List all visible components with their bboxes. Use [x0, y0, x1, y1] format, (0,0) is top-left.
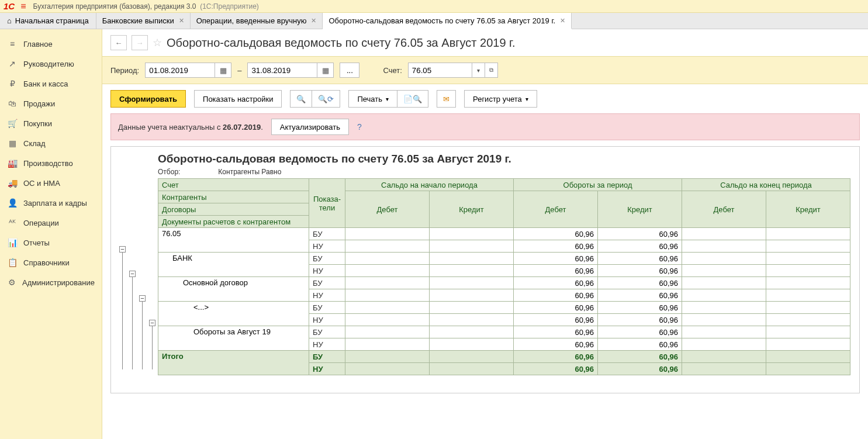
- help-icon[interactable]: ?: [357, 122, 362, 132]
- value-cell: 60,96: [598, 289, 682, 302]
- account-input[interactable]: [408, 63, 472, 78]
- forward-button[interactable]: →: [132, 35, 148, 50]
- sidebar-item[interactable]: 👤Зарплата и кадры: [0, 193, 102, 213]
- tab[interactable]: Банковские выписки✕: [96, 13, 191, 29]
- actualize-button[interactable]: Актуализировать: [271, 119, 349, 135]
- sidebar-item[interactable]: 📋Справочники: [0, 253, 102, 272]
- value-cell: [766, 314, 850, 326]
- account-field[interactable]: ▾ ⧉: [408, 63, 498, 78]
- indicator-cell: БУ: [309, 228, 345, 240]
- collapse-icon[interactable]: −: [129, 271, 136, 277]
- value-cell: 60,96: [598, 253, 682, 265]
- tab[interactable]: Операции, введенные вручную✕: [191, 13, 323, 29]
- sidebar-item-label: Справочники: [23, 258, 70, 267]
- value-cell: [430, 253, 514, 265]
- value-cell: 60,96: [598, 302, 682, 314]
- refresh-search-button[interactable]: 🔍⟳: [312, 90, 340, 108]
- indicator-cell: БУ: [309, 277, 345, 289]
- sidebar-item[interactable]: 🚚ОС и НМА: [0, 173, 102, 193]
- value-cell: [430, 228, 514, 240]
- value-cell: [430, 265, 514, 277]
- close-icon[interactable]: ✕: [311, 17, 316, 25]
- back-button[interactable]: ←: [110, 35, 127, 50]
- close-icon[interactable]: ✕: [179, 17, 184, 25]
- sidebar-item[interactable]: 🛍Продажи: [0, 94, 102, 113]
- value-cell: [682, 351, 766, 363]
- sidebar-item-label: Зарплата и кадры: [23, 199, 87, 208]
- sidebar-item[interactable]: ↗Руководителю: [0, 54, 102, 74]
- sidebar-icon: 👤: [7, 198, 18, 208]
- sidebar-item[interactable]: 🛒Покупки: [0, 113, 102, 133]
- calendar-icon[interactable]: ▦: [317, 63, 334, 78]
- value-cell: [430, 302, 514, 314]
- value-cell: [345, 277, 430, 289]
- value-cell: 60,96: [514, 253, 598, 265]
- search-button[interactable]: 🔍: [290, 90, 312, 108]
- tab[interactable]: Оборотно-сальдовая ведомость по счету 76…: [323, 13, 572, 29]
- indicator-cell: НУ: [309, 314, 345, 326]
- value-cell: [345, 302, 430, 314]
- value-cell: [345, 314, 430, 326]
- open-icon[interactable]: ⧉: [485, 63, 498, 78]
- th-account: Счет: [158, 179, 309, 191]
- date-to-field[interactable]: ▦: [247, 63, 334, 78]
- sidebar-item[interactable]: ≡Главное: [0, 34, 102, 54]
- date-from-field[interactable]: ▦: [145, 63, 231, 78]
- collapse-icon[interactable]: −: [119, 246, 126, 253]
- home-tab[interactable]: ⌂ Начальная страница: [0, 13, 96, 29]
- page-title-bar: ← → ☆ Оборотно-сальдовая ведомость по сч…: [102, 29, 868, 56]
- sidebar-item[interactable]: ₽Банк и касса: [0, 74, 102, 94]
- value-cell: [766, 265, 850, 277]
- print-preview-button[interactable]: 📄🔍: [397, 90, 428, 108]
- show-settings-button[interactable]: Показать настройки: [194, 90, 282, 108]
- indicator-cell: НУ: [309, 338, 345, 351]
- row-name: 76.05: [158, 228, 309, 253]
- value-cell: 60,96: [514, 351, 598, 363]
- collapse-icon[interactable]: −: [149, 320, 155, 326]
- value-cell: [766, 302, 850, 314]
- app-title: Бухгалтерия предприятия (базовая), редак…: [33, 2, 196, 11]
- row-name: БАНК: [158, 253, 309, 277]
- dropdown-icon[interactable]: ▾: [472, 63, 485, 78]
- sidebar: ≡Главное↗Руководителю₽Банк и касса🛍Прода…: [0, 29, 102, 439]
- collapse-icon[interactable]: −: [139, 295, 146, 302]
- row-name: Итого: [158, 351, 309, 375]
- sidebar-icon: 🛍: [7, 99, 18, 108]
- sidebar-item[interactable]: ▦Склад: [0, 133, 102, 153]
- report-filter: Отбор: Контрагенты Равно: [158, 168, 850, 176]
- value-cell: [430, 289, 514, 302]
- calendar-icon[interactable]: ▦: [215, 63, 231, 78]
- date-to-input[interactable]: [247, 63, 317, 78]
- value-cell: [766, 363, 850, 375]
- value-cell: 60,96: [514, 228, 598, 240]
- email-button[interactable]: ✉: [437, 90, 456, 108]
- sidebar-item[interactable]: ᴬᴷОперации: [0, 213, 102, 233]
- generate-button[interactable]: Сформировать: [110, 90, 186, 108]
- value-cell: [345, 240, 430, 253]
- app-logo: 1C: [4, 1, 15, 11]
- favorite-icon[interactable]: ☆: [153, 36, 162, 49]
- sidebar-item[interactable]: 🏭Производство: [0, 153, 102, 173]
- register-button[interactable]: Регистр учета▾: [464, 90, 537, 108]
- value-cell: [682, 338, 766, 351]
- data-row: Обороты за Август 19БУ60,9660,96: [158, 326, 850, 338]
- home-icon: ⌂: [7, 16, 12, 25]
- sidebar-icon: ₽: [7, 79, 18, 88]
- data-row: 76.05БУ60,9660,96: [158, 228, 850, 240]
- value-cell: [345, 363, 430, 375]
- value-cell: 60,96: [598, 363, 682, 375]
- tab-label: Операции, введенные вручную: [196, 16, 307, 25]
- print-button[interactable]: Печать▾: [348, 90, 397, 108]
- date-from-input[interactable]: [145, 63, 215, 78]
- period-select-button[interactable]: ...: [340, 63, 359, 78]
- value-cell: [682, 228, 766, 240]
- page-title: Оборотно-сальдовая ведомость по счету 76…: [167, 36, 516, 50]
- data-row: БАНКБУ60,9660,96: [158, 253, 850, 265]
- th-credit: Кредит: [766, 191, 850, 228]
- close-icon[interactable]: ✕: [560, 17, 565, 25]
- sidebar-item[interactable]: 📊Отчеты: [0, 233, 102, 253]
- row-name: <...>: [158, 302, 309, 326]
- menu-icon[interactable]: ≡: [20, 1, 26, 12]
- sidebar-item[interactable]: ⚙Администрирование: [0, 272, 102, 292]
- value-cell: 60,96: [598, 265, 682, 277]
